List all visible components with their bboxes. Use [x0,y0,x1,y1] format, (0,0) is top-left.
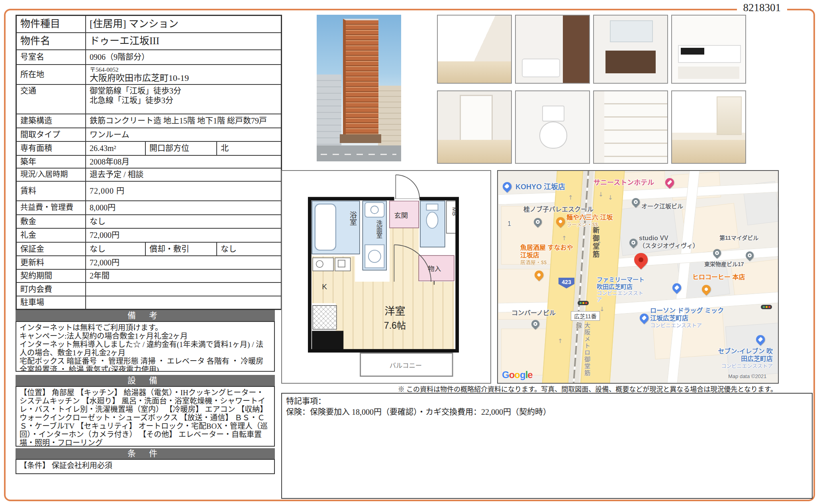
map-label-izakaya: 魚居酒屋 すなおや 江坂店 居酒屋・$$ [520,244,580,265]
google-logo: Google [502,369,533,380]
map-label-oak-bldg: オーク江坂ビル [641,203,683,210]
table-row: 駐車場 [16,296,282,310]
table-row: 間取タイプワンルーム [16,128,282,141]
floor-plan-label-kitchen: K [322,282,327,291]
field-value: 72,000円 [86,228,281,242]
table-row: 建築構造鉄筋コンクリート造 地上15階 地下1階 総戸数79戸 [16,114,282,128]
field-label: 所在地 [16,65,86,84]
field-label: 専有面積 [16,141,86,155]
location-map: ↑ ↓ ↓ ↑ ↓ ↑ ↓ 新御堂筋 大阪メトロ御堂筋線 423 広芝11番 1… [497,170,779,384]
intersection-label: 広芝11番 [571,311,600,321]
photo-closet [437,90,512,164]
table-row: 契約期間2年間 [16,269,282,282]
reference-number: 8218301 [737,2,788,14]
map-pin-supermarket-icon [501,180,513,192]
field-value: 2年間 [86,269,281,282]
field-label: 町内会費 [16,282,86,296]
photo-bedroom [671,90,746,164]
field-value: 〒564-0052 大阪府吹田市広芝町10-19 [86,65,281,84]
map-label-familymart: ファミリーマート 吹田広芝町店 コンビニエンスストア [597,276,645,302]
equipment-header: 設 備 [16,375,275,386]
field-label: 償却・敷引 [145,242,217,256]
apartment-tower [343,19,378,141]
map-label-conbano-bldg: コンバーノビル [511,310,556,317]
photo-kitchen [671,15,746,84]
table-row: 町内会費 [16,282,282,296]
rent-value: 72,000 円 [86,181,281,201]
table-row: 物件名ドゥーエ江坂III [16,33,282,50]
neighbor-building-right [378,86,401,153]
field-label: 礼金 [16,228,86,242]
field-value: ワンルーム [86,128,281,141]
photo-building-exterior [317,15,401,161]
photo-washbasin [593,15,668,84]
map-label-hotel: サニーストンホテル [594,179,654,187]
table-row: 物件種目[住居用] マンション [16,16,282,33]
map-data-credit: Map data ©2021 [728,373,766,379]
field-label: 更新料 [16,256,86,269]
field-label: 開口部方位 [145,141,217,155]
field-value [86,282,281,296]
table-row: 専有面積 26.43m² 開口部方位 北 [16,141,282,155]
field-label: 間取タイプ [16,128,86,141]
table-row: 保証金 なし 償却・敷引 なし [16,242,282,256]
table-row: 号室名0906（9階部分） [16,50,282,65]
road-arrow-icon: ↓ [608,194,613,201]
conditions-text: 【条件】 保証会社利用必須 [16,459,275,474]
building-entrance-canopy [340,134,381,143]
map-label-seveneleven: セブン-イレブン 吹田広芝町店 コンビニエンスストア [713,348,773,369]
field-label: 敷金 [16,215,86,228]
table-row: 賃料72,000 円 [16,181,282,201]
field-value: 8,000円 [86,201,281,215]
remarks-text: インターネットは無料でご利用頂けます。 キャンペーン:法人契約の場合敷金1ヶ月礼… [16,321,275,372]
map-block-number: 1 [507,220,511,228]
conditions-header: 条 件 [16,448,275,459]
field-label: 共益費・管理費 [16,201,86,215]
floor-plan-label-bath: 浴室 [349,211,357,226]
field-label: 物件種目 [16,16,86,33]
table-row: 礼金72,000円 [16,228,282,242]
map-label-road: 新御堂筋 [590,227,600,259]
traffic-light-icon [578,301,589,305]
table-row: 共益費・管理費8,000円 [16,201,282,215]
field-label: 駐車場 [16,296,86,310]
traffic-light-icon [761,305,772,309]
map-label-coffee: ヒロコーヒー 本店 [692,274,745,281]
floor-plan-label-mb: MB [451,207,458,216]
map-label-ramen: 麺や六三六 江坂 ラーメン・$$ [566,214,613,227]
equipment-text: 【位置】 角部屋 【キッチン】 給湯器（電気）・IHクッキングヒーター・システム… [16,386,275,447]
special-notes-text: 保険：保険要加入 18,000円（要確認）・カギ交換費用：22,000円（契約時… [286,407,808,418]
floor-plan-label-storage: 物入 [428,265,441,272]
field-label: 契約期間 [16,269,86,282]
field-value: なし [86,215,281,228]
special-notes-title: 特記事項： [286,396,808,407]
map-pin-place-icon [530,318,541,329]
field-value: 2008年08月 [86,155,281,168]
special-notes-box: 特記事項： 保険：保険要加入 18,000円（要確認）・カギ交換費用：22,00… [281,393,813,499]
photo-storage-shelves [593,90,668,164]
field-label: 現況/入居時期 [16,168,86,181]
field-value: 0906（9階部分） [86,50,281,65]
map-label-lawson: ローソン ドラッグ ミック江坂広芝町店 コンビニエンスストア [650,307,730,328]
neighbor-building-left [317,75,341,154]
map-pin-conveniencestore-icon [638,312,650,324]
field-label: 交通 [16,84,86,114]
road-arrow-icon: ↓ [598,191,603,198]
road-arrow-icon: ↑ [568,194,573,201]
photo-toilet [515,90,590,164]
field-label: 賃料 [16,181,86,201]
table-row: 敷金なし [16,215,282,228]
table-row: 現況/入居時期退去予定 / 相談 [16,168,282,181]
floor-plan-label-washroom: 洗面室 [375,220,382,239]
disclaimer-note: ※ この資料は物件の概略紹介資料になります。写真、間取図面、設備、概要などが現況… [398,384,777,394]
field-value: なし [217,242,281,256]
map-label-maida-bldg: 第11マイダビル [719,235,758,241]
field-label: 物件名 [16,33,86,50]
field-value: 御堂筋線「江坂」徒歩3分 北急線「江坂」徒歩3分 [86,84,281,114]
photo-living-room [437,15,512,84]
street [317,145,401,161]
field-value: [住居用] マンション [86,16,281,33]
floor-plan-label-room: 洋室 [384,305,405,317]
road-arrow-icon: ↑ [558,337,563,345]
field-value [86,296,281,310]
